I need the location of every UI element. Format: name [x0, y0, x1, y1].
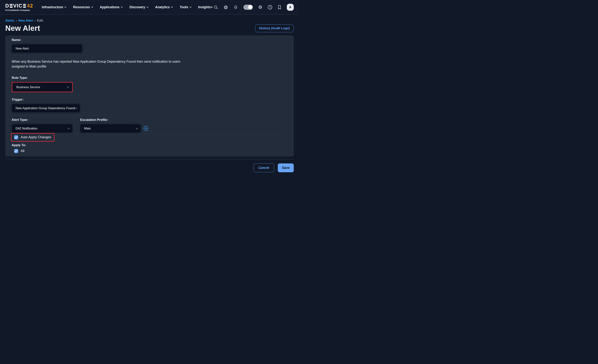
chevron-down-icon — [136, 127, 138, 129]
chevron-down-icon — [121, 6, 123, 8]
dark-mode-toggle[interactable]: ☾ ✦ — [243, 5, 253, 10]
nav-tools[interactable]: Tools — [180, 5, 191, 9]
footer-actions: Cancel Save — [5, 159, 294, 176]
chevron-down-icon — [64, 6, 66, 8]
logo-letter-d: D — [5, 3, 9, 8]
annotation-highlight-auto-apply: Auto Apply Changes — [11, 133, 54, 142]
breadcrumb-separator: › — [34, 19, 36, 23]
breadcrumb-new-alert[interactable]: New Alert — [18, 19, 33, 23]
logo-subtitle: A Freshworks Company — [5, 9, 33, 11]
chevron-down-icon — [171, 6, 173, 8]
globe-icon[interactable] — [224, 5, 228, 9]
nav-analytics[interactable]: Analytics — [155, 5, 173, 9]
rule-summary-text: When any Business Service has reported N… — [12, 58, 185, 71]
name-row: Name: — [12, 35, 287, 56]
nav-insights-plus[interactable]: Insights+ — [198, 5, 213, 9]
apply-to-all-row[interactable]: All — [14, 149, 287, 154]
logo-e-bars-icon — [23, 4, 26, 8]
title-row: New Alert History (Audit Logs) — [5, 24, 294, 33]
name-input[interactable] — [12, 44, 83, 53]
breadcrumb: Alerts › New Alert › Edit — [5, 19, 294, 23]
check-icon — [15, 136, 17, 139]
auto-apply-checkbox[interactable] — [14, 135, 18, 139]
chevron-down-icon — [189, 6, 191, 8]
apply-to-label: Apply To: — [12, 143, 287, 147]
alert-type-column: Alert Type: D42 Notification — [12, 118, 73, 133]
top-navbar: D VIC 42 A Freshworks Company Infrastruc… — [0, 0, 299, 15]
alert-escalation-row: Alert Type: D42 Notification Escalation … — [12, 116, 287, 134]
apply-to-all-label: All — [21, 149, 25, 153]
breadcrumb-current: Edit — [37, 19, 43, 23]
escalation-profile-column: Escalation Profile: Main — [80, 118, 149, 133]
breadcrumb-alerts[interactable]: Alerts — [5, 19, 14, 23]
auto-apply-checkbox-row[interactable]: Auto Apply Changes — [14, 135, 51, 139]
user-avatar[interactable]: A — [287, 4, 294, 11]
page-title: New Alert — [5, 24, 40, 33]
trigger-label: Trigger: — [12, 98, 287, 101]
escalation-profile-label: Escalation Profile: — [80, 118, 149, 122]
history-audit-logs-button[interactable]: History (Audit Logs) — [255, 25, 294, 32]
chevron-down-icon — [67, 127, 70, 129]
add-escalation-profile-button[interactable] — [143, 126, 149, 131]
auto-apply-row: Auto Apply Changes — [12, 134, 287, 141]
escalation-profile-select[interactable]: Main — [80, 124, 141, 133]
chevron-down-icon — [75, 107, 77, 109]
apply-to-row: Apply To: All — [12, 141, 287, 157]
rule-type-label: Rule Type: — [12, 76, 287, 80]
search-icon[interactable] — [214, 5, 218, 9]
chevron-down-icon — [67, 86, 69, 88]
nav-discovery[interactable]: Discovery — [130, 5, 148, 9]
device42-logo[interactable]: D VIC 42 A Freshworks Company — [5, 3, 33, 11]
trigger-row: Trigger: New Application Group Dependenc… — [12, 95, 287, 116]
rule-summary-row: When any Business Service has reported N… — [12, 56, 287, 73]
alert-type-label: Alert Type: — [12, 118, 73, 122]
alert-type-select[interactable]: D42 Notification — [12, 124, 73, 133]
breadcrumb-separator: › — [16, 19, 17, 23]
apply-to-all-checkbox[interactable] — [14, 149, 18, 153]
name-label: Name: — [12, 38, 287, 42]
sparkle-icon: ✦ — [247, 5, 248, 7]
logo-e-bars-icon — [10, 4, 13, 8]
auto-apply-label: Auto Apply Changes — [21, 135, 51, 139]
logo-wordmark: D VIC 42 — [5, 3, 33, 8]
alert-form-panel: Name: When any Business Service has repo… — [5, 35, 294, 157]
check-icon — [15, 150, 17, 152]
bookmark-icon[interactable] — [278, 5, 281, 9]
bell-icon[interactable] — [233, 5, 238, 9]
logo-42: 42 — [27, 3, 33, 8]
annotation-highlight-rule-type: Business Service — [12, 82, 73, 92]
rule-type-row: Rule Type: Business Service — [12, 73, 287, 95]
rule-type-select[interactable]: Business Service — [12, 83, 72, 91]
trigger-select[interactable]: New Application Group Dependency Found — [12, 104, 80, 113]
cancel-button[interactable]: Cancel — [254, 163, 274, 172]
nav-applications[interactable]: Applications — [100, 5, 123, 9]
save-button[interactable]: Save — [278, 163, 294, 172]
help-icon[interactable]: ? — [268, 5, 272, 9]
nav-resources[interactable]: Resources — [73, 5, 93, 9]
chevron-down-icon — [91, 6, 93, 8]
navbar-actions: ☾ ✦ ⚙ ? A — [214, 4, 294, 11]
chevron-down-icon — [146, 6, 149, 8]
toggle-knob — [248, 5, 252, 9]
nav-infrastructure[interactable]: Infrastructure — [42, 5, 66, 9]
main-nav: Infrastructure Resources Applications Di… — [42, 5, 213, 9]
gear-icon[interactable]: ⚙ — [258, 5, 262, 9]
logo-letters-vic: VIC — [13, 3, 23, 8]
main-content: Alerts › New Alert › Edit New Alert Hist… — [0, 19, 299, 176]
